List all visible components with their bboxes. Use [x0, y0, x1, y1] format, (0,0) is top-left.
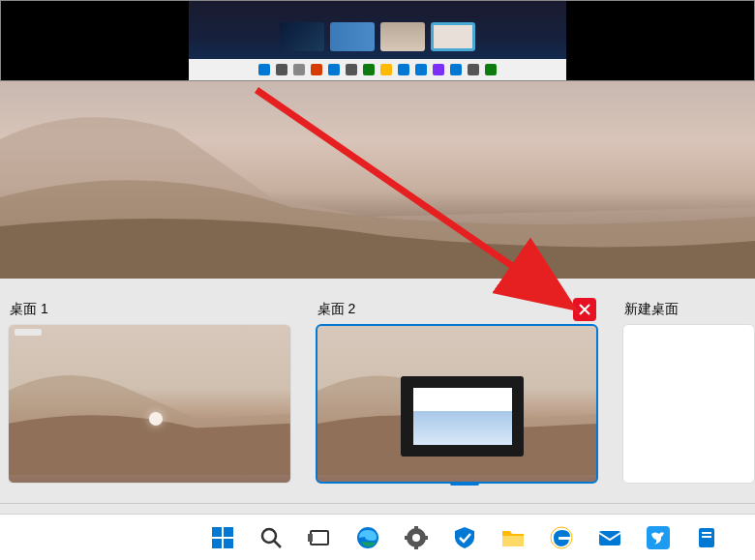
svg-rect-20	[599, 531, 620, 545]
desktop-thumbnail[interactable]	[316, 324, 599, 484]
svg-rect-15	[414, 545, 418, 549]
sun-icon	[149, 412, 163, 426]
taskbar-divider	[0, 503, 755, 504]
files-app-button[interactable]	[693, 524, 720, 551]
svg-rect-24	[702, 536, 711, 538]
desktop-widget	[15, 329, 42, 336]
mini-thumb	[380, 22, 425, 51]
svg-rect-18	[502, 536, 524, 546]
settings-button[interactable]	[403, 524, 430, 551]
mail-icon	[597, 525, 622, 550]
file-explorer-button[interactable]	[499, 524, 527, 551]
svg-rect-10	[308, 534, 313, 542]
svg-rect-14	[414, 526, 418, 530]
svg-rect-9	[312, 532, 327, 544]
new-desktop-card[interactable]: 新建桌面	[622, 295, 755, 484]
svg-rect-4	[212, 539, 222, 548]
taskbar	[0, 514, 755, 560]
desktop-wallpaper	[0, 81, 755, 279]
svg-line-7	[274, 541, 281, 547]
start-button[interactable]	[209, 524, 236, 551]
svg-point-13	[412, 534, 420, 542]
svg-rect-17	[424, 536, 428, 540]
folder-icon	[500, 525, 526, 550]
svg-rect-3	[224, 527, 233, 537]
bird-app-button[interactable]	[645, 524, 672, 551]
window-content-preview	[189, 0, 566, 80]
gear-icon	[404, 525, 429, 550]
svg-rect-16	[405, 536, 408, 540]
new-desktop-label: 新建桌面	[624, 301, 679, 318]
edge-legacy-button[interactable]	[548, 524, 575, 551]
close-icon	[578, 303, 591, 316]
task-view-icon	[307, 525, 332, 550]
desktop-card-1[interactable]: 桌面 1	[8, 295, 291, 484]
desktop-label[interactable]: 桌面 2	[317, 301, 356, 318]
edge-button[interactable]	[354, 524, 381, 551]
svg-rect-5	[224, 539, 233, 548]
window-preview	[401, 376, 524, 457]
svg-point-6	[262, 529, 276, 543]
close-desktop-button[interactable]	[573, 298, 596, 321]
search-icon	[258, 525, 284, 550]
desktop-label[interactable]: 桌面 1	[10, 301, 48, 318]
mini-taskbar	[189, 59, 566, 80]
bird-icon	[646, 525, 671, 550]
security-button[interactable]	[451, 524, 478, 551]
search-button[interactable]	[257, 524, 285, 551]
files-icon	[694, 525, 719, 550]
mail-button[interactable]	[596, 524, 623, 551]
task-view-button[interactable]	[306, 524, 333, 551]
svg-rect-23	[702, 532, 711, 534]
shield-icon	[452, 525, 477, 550]
virtual-desktops-list: 桌面 1 桌面 2	[8, 295, 755, 484]
mini-thumb-selected	[431, 22, 475, 51]
desktop-card-2[interactable]: 桌面 2	[316, 295, 599, 484]
edge-icon	[355, 525, 380, 550]
desktop-thumbnail[interactable]	[8, 324, 291, 484]
edge-legacy-icon	[549, 525, 574, 550]
active-window-preview	[0, 0, 755, 81]
mini-thumb	[330, 22, 375, 51]
mini-thumb	[280, 22, 324, 51]
new-desktop-thumbnail[interactable]	[622, 324, 755, 484]
svg-rect-2	[212, 527, 222, 537]
mini-desktop-thumbnails	[189, 22, 566, 51]
active-desktop-indicator	[450, 482, 479, 486]
